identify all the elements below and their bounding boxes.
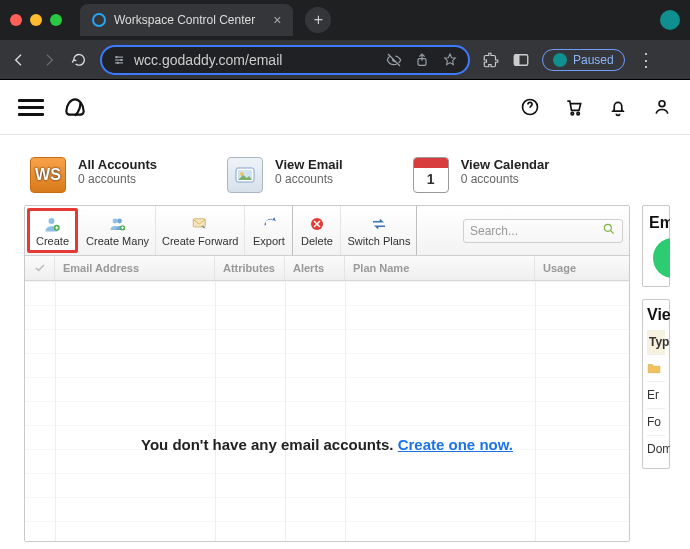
svg-point-23 xyxy=(604,224,611,231)
panel-toolbar: Create Create Many Create Forward Export xyxy=(25,206,629,256)
side-row-type: Typ xyxy=(647,330,665,354)
svg-point-11 xyxy=(577,112,580,115)
cart-icon[interactable] xyxy=(564,97,584,117)
column-email[interactable]: Email Address xyxy=(55,256,215,280)
profile-paused-chip[interactable]: Paused xyxy=(542,49,625,71)
window-controls xyxy=(10,14,62,26)
create-one-link[interactable]: Create one now. xyxy=(398,436,513,453)
column-attributes[interactable]: Attributes xyxy=(215,256,285,280)
svg-rect-8 xyxy=(514,54,519,65)
browser-toolbar: wcc.godaddy.com/email Paused ⋮ xyxy=(0,40,690,80)
svg-point-12 xyxy=(659,101,665,107)
minimize-window-icon[interactable] xyxy=(30,14,42,26)
right-sidebar-cutoff: Em Vie Typ Er Fo Dom xyxy=(642,205,670,542)
email-panel: Create Create Many Create Forward Export xyxy=(24,205,630,542)
card-all-accounts[interactable]: WS All Accounts 0 accounts xyxy=(30,157,157,193)
bookmark-star-icon[interactable] xyxy=(442,52,458,68)
table-body: You don't have any email accounts. Creat… xyxy=(25,281,629,541)
help-icon[interactable] xyxy=(520,97,540,117)
side-row: Dom xyxy=(647,435,665,462)
svg-point-16 xyxy=(48,218,54,224)
card-title: All Accounts xyxy=(78,157,157,172)
workspace-icon: WS xyxy=(30,157,66,193)
tab-title: Workspace Control Center xyxy=(114,13,255,27)
column-alerts[interactable]: Alerts xyxy=(285,256,345,280)
switch-plans-button[interactable]: Switch Plans xyxy=(341,206,417,255)
card-subtitle: 0 accounts xyxy=(78,172,157,186)
address-bar[interactable]: wcc.godaddy.com/email xyxy=(100,45,470,75)
profile-badge-icon[interactable] xyxy=(660,10,680,30)
tab-favicon-icon xyxy=(92,13,106,27)
site-header xyxy=(0,80,690,135)
column-checkbox[interactable] xyxy=(25,256,55,280)
address-url: wcc.godaddy.com/email xyxy=(134,52,282,68)
card-title: View Email xyxy=(275,157,343,172)
create-forward-button[interactable]: Create Forward xyxy=(156,206,245,255)
chrome-menu-icon[interactable]: ⋮ xyxy=(637,49,655,71)
search-field[interactable]: Search... xyxy=(463,219,623,243)
profile-avatar-icon xyxy=(553,53,567,67)
card-subtitle: 0 accounts xyxy=(275,172,343,186)
close-window-icon[interactable] xyxy=(10,14,22,26)
back-button[interactable] xyxy=(10,51,28,69)
side-panel-email: Em xyxy=(642,205,670,287)
export-button[interactable]: Export xyxy=(245,206,293,255)
search-placeholder: Search... xyxy=(470,224,518,238)
tab-close-icon[interactable]: × xyxy=(273,12,281,28)
hamburger-menu-button[interactable] xyxy=(18,99,44,116)
reload-button[interactable] xyxy=(70,51,88,69)
column-usage[interactable]: Usage xyxy=(535,256,629,280)
forward-button[interactable] xyxy=(40,51,58,69)
account-user-icon[interactable] xyxy=(652,97,672,117)
table-header: Email Address Attributes Alerts Plan Nam… xyxy=(25,256,629,281)
extensions-icon[interactable] xyxy=(482,51,500,69)
folder-icon xyxy=(647,362,661,374)
delete-button[interactable]: Delete xyxy=(293,206,341,255)
side-row xyxy=(647,354,665,381)
side-panel-icon[interactable] xyxy=(512,51,530,69)
svg-point-18 xyxy=(112,218,117,223)
empty-state: You don't have any email accounts. Creat… xyxy=(25,436,629,453)
browser-tab[interactable]: Workspace Control Center × xyxy=(80,4,293,36)
side-heading: Vie xyxy=(647,306,665,324)
create-many-button[interactable]: Create Many xyxy=(80,206,156,255)
new-tab-button[interactable]: + xyxy=(305,7,331,33)
calendar-icon: 1 xyxy=(413,157,449,193)
site-settings-icon[interactable] xyxy=(112,53,126,67)
side-row: Er xyxy=(647,381,665,408)
create-button[interactable]: Create xyxy=(27,208,78,253)
summary-cards: WS All Accounts 0 accounts View Email 0 … xyxy=(0,135,690,205)
column-plan[interactable]: Plan Name xyxy=(345,256,535,280)
side-panel-view: Vie Typ Er Fo Dom xyxy=(642,299,670,469)
empty-text: You don't have any email accounts. xyxy=(141,436,398,453)
profile-status-label: Paused xyxy=(573,53,614,67)
svg-point-19 xyxy=(117,218,122,223)
maximize-window-icon[interactable] xyxy=(50,14,62,26)
notifications-bell-icon[interactable] xyxy=(608,97,628,117)
svg-point-3 xyxy=(116,55,118,57)
browser-tab-bar: Workspace Control Center × + xyxy=(0,0,690,40)
eye-off-icon[interactable] xyxy=(386,52,402,68)
svg-point-4 xyxy=(120,58,122,60)
card-view-calendar[interactable]: 1 View Calendar 0 accounts xyxy=(413,157,550,193)
share-icon[interactable] xyxy=(414,52,430,68)
svg-point-10 xyxy=(571,112,574,115)
search-icon[interactable] xyxy=(602,222,616,239)
card-subtitle: 0 accounts xyxy=(461,172,550,186)
svg-point-5 xyxy=(117,61,119,63)
godaddy-logo-icon[interactable] xyxy=(62,94,88,120)
status-circle-icon xyxy=(653,238,670,278)
card-view-email[interactable]: View Email 0 accounts xyxy=(227,157,343,193)
email-app-icon xyxy=(227,157,263,193)
side-row: Fo xyxy=(647,408,665,435)
card-title: View Calendar xyxy=(461,157,550,172)
side-heading: Em xyxy=(649,214,663,232)
